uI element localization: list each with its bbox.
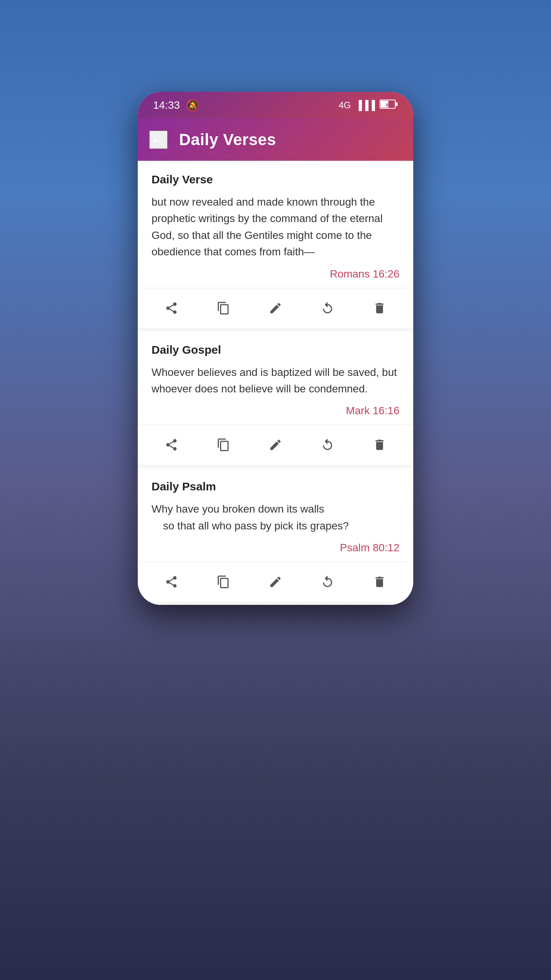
content-area: Daily Verse but now revealed and made kn… xyxy=(138,161,413,605)
edit-button-verse[interactable] xyxy=(261,297,290,319)
phone-shell: 14:33 🔕 4G ▐▐▐ 41 ← Daily Verses Dail xyxy=(138,92,413,605)
daily-gospel-text: Whoever believes and is baptized will be… xyxy=(152,364,399,397)
status-right: 4G ▐▐▐ 41 xyxy=(339,99,398,111)
psalm-line1: Why have you broken down its walls xyxy=(152,503,324,515)
daily-psalm-body: Daily Psalm Why have you broken down its… xyxy=(138,468,413,562)
delete-button-gospel[interactable] xyxy=(365,434,394,456)
delete-button-psalm[interactable] xyxy=(365,571,394,593)
time-display: 14:33 xyxy=(153,99,180,111)
daily-gospel-actions xyxy=(138,425,413,465)
refresh-button-psalm[interactable] xyxy=(313,571,342,593)
copy-button-psalm[interactable] xyxy=(209,571,238,593)
daily-verse-title: Daily Verse xyxy=(152,173,399,186)
daily-psalm-reference: Psalm 80:12 xyxy=(152,542,399,554)
daily-verse-body: Daily Verse but now revealed and made kn… xyxy=(138,161,413,288)
edit-button-psalm[interactable] xyxy=(261,571,290,593)
svg-rect-2 xyxy=(396,102,398,106)
daily-verse-card: Daily Verse but now revealed and made kn… xyxy=(138,161,413,328)
battery-icon: 41 xyxy=(380,99,398,111)
daily-psalm-title: Daily Psalm xyxy=(152,480,399,493)
daily-gospel-card: Daily Gospel Whoever believes and is bap… xyxy=(138,331,413,465)
daily-psalm-actions xyxy=(138,562,413,602)
daily-verse-reference: Romans 16:26 xyxy=(152,268,399,280)
svg-text:41: 41 xyxy=(386,103,390,107)
refresh-button-verse[interactable] xyxy=(313,297,342,319)
network-icon: 4G xyxy=(339,100,351,111)
daily-gospel-body: Daily Gospel Whoever believes and is bap… xyxy=(138,331,413,425)
back-button[interactable]: ← xyxy=(149,131,168,149)
refresh-button-gospel[interactable] xyxy=(313,434,342,456)
status-bar: 14:33 🔕 4G ▐▐▐ 41 xyxy=(138,92,413,119)
daily-gospel-title: Daily Gospel xyxy=(152,343,399,356)
edit-button-gospel[interactable] xyxy=(261,434,290,456)
daily-verse-text: but now revealed and made known through … xyxy=(152,194,399,260)
copy-button-gospel[interactable] xyxy=(209,434,238,456)
daily-gospel-reference: Mark 16:16 xyxy=(152,405,399,417)
share-button-psalm[interactable] xyxy=(157,571,186,593)
daily-verse-actions xyxy=(138,288,413,328)
page-title: Daily Verses xyxy=(179,131,276,149)
app-bar: ← Daily Verses xyxy=(138,119,413,161)
daily-psalm-text: Why have you broken down its walls so th… xyxy=(152,501,399,534)
psalm-line2: so that all who pass by pick its grapes? xyxy=(152,520,349,532)
delete-button-verse[interactable] xyxy=(365,297,394,319)
share-button-verse[interactable] xyxy=(157,297,186,319)
notification-icon: 🔕 xyxy=(186,99,199,112)
signal-icon: ▐▐▐ xyxy=(355,100,375,111)
copy-button-verse[interactable] xyxy=(209,297,238,319)
status-left: 14:33 🔕 xyxy=(153,99,199,112)
share-button-gospel[interactable] xyxy=(157,434,186,456)
daily-psalm-card: Daily Psalm Why have you broken down its… xyxy=(138,468,413,602)
